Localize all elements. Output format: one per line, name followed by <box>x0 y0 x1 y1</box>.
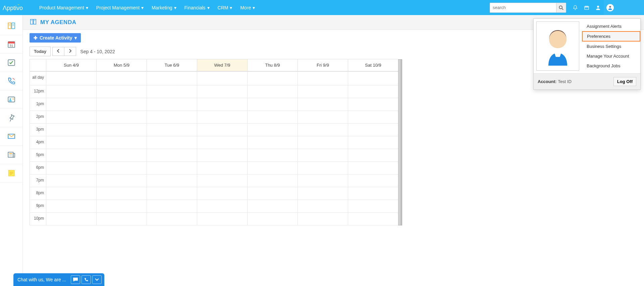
nav-label: CRM <box>218 5 228 10</box>
top-nav: Λpptivo Product Management▾ Project Mana… <box>0 0 644 15</box>
nav-label: Marketing <box>152 5 172 10</box>
search-input[interactable] <box>490 3 556 13</box>
caret-down-icon: ▾ <box>86 5 88 10</box>
nav-label: Financials <box>184 5 206 10</box>
svg-point-4 <box>609 6 611 7</box>
bell-icon <box>572 5 578 11</box>
nav-label: Project Management <box>96 5 140 10</box>
svg-point-3 <box>597 6 599 8</box>
notifications-button[interactable] <box>570 0 581 15</box>
user-avatar-small <box>606 4 614 11</box>
svg-line-2 <box>562 8 564 10</box>
nav-project-management[interactable]: Project Management▾ <box>92 0 148 15</box>
svg-text:Λpptivo: Λpptivo <box>3 4 23 11</box>
apptivo-logo-icon: Λpptivo <box>3 3 33 13</box>
search-icon <box>559 5 564 10</box>
caret-down-icon: ▾ <box>174 5 176 10</box>
apps-store-button[interactable] <box>581 0 592 15</box>
nav-financials[interactable]: Financials▾ <box>180 0 214 15</box>
user-menu-trigger[interactable] <box>604 0 644 15</box>
top-utility-icons <box>570 0 604 15</box>
profile-button[interactable] <box>592 0 604 15</box>
global-search <box>490 3 566 13</box>
nav-label: Product Management <box>39 5 84 10</box>
nav-marketing[interactable]: Marketing▾ <box>148 0 180 15</box>
caret-down-icon: ▾ <box>141 5 144 10</box>
caret-down-icon: ▾ <box>230 5 232 10</box>
nav-product-management[interactable]: Product Management▾ <box>35 0 92 15</box>
nav-crm[interactable]: CRM▾ <box>214 0 236 15</box>
avatar-icon <box>607 5 613 10</box>
nav-label: More <box>240 5 251 10</box>
svg-point-1 <box>559 6 562 9</box>
caret-down-icon: ▾ <box>207 5 210 10</box>
search-button[interactable] <box>556 3 566 13</box>
person-icon <box>595 5 601 11</box>
brand-logo[interactable]: Λpptivo <box>0 0 35 15</box>
store-icon <box>584 5 590 11</box>
nav-more[interactable]: More▾ <box>236 0 259 15</box>
caret-down-icon: ▾ <box>253 5 255 10</box>
nav-menus: Product Management▾ Project Management▾ … <box>35 0 259 15</box>
